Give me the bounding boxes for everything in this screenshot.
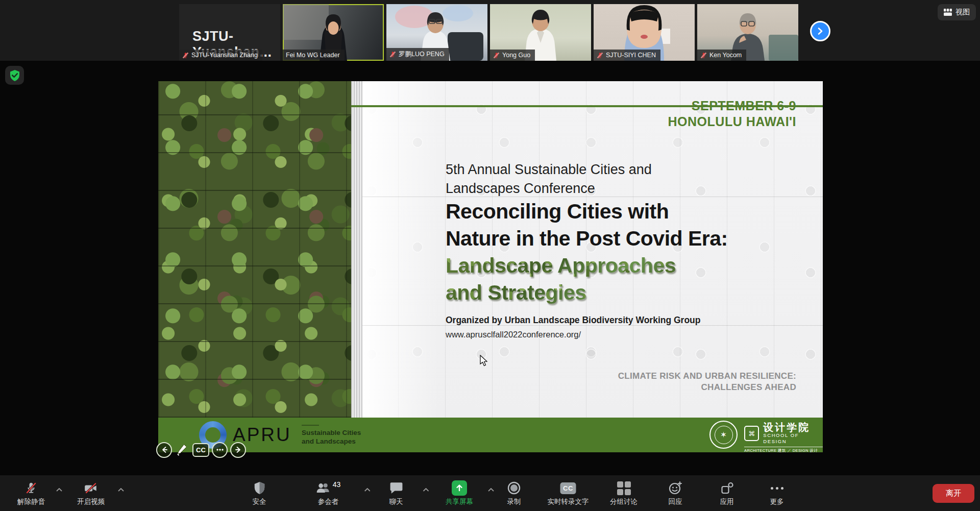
meeting-toolbar: 解除静音 开启视频 <box>0 475 980 511</box>
slide-footer-bar: APRU Sustainable Cities and Landscapes ✶… <box>158 418 823 452</box>
video-strip: SJTU-Yuanshan... SJTU-Yuanshan Zhang Fei… <box>0 0 980 61</box>
green-plant-wall-image <box>158 81 351 418</box>
chat-button[interactable]: 聊天 <box>389 475 403 511</box>
apps-button[interactable]: 应用 <box>720 475 734 511</box>
zoom-meeting-window: SJTU-Yuanshan... SJTU-Yuanshan Zhang Fei… <box>0 0 980 511</box>
conference-title-accent: Landscape Approaches and Strategies <box>446 252 676 306</box>
pencil-icon <box>177 443 188 456</box>
meeting-security-badge[interactable] <box>5 66 24 85</box>
participants-button[interactable]: 43 参会者 <box>316 475 341 511</box>
participant-name-label: SJTU-SIYI CHEN <box>594 50 660 61</box>
muted-mic-icon <box>597 52 603 59</box>
participant-name-label: Fei Mo WG Leader <box>283 50 345 61</box>
video-tile-fei-mo[interactable]: Fei Mo WG Leader <box>283 4 384 61</box>
breakout-rooms-icon <box>617 481 631 495</box>
presentation-slide: SEPTEMBER 6-9 HONOLULU HAWAI'I 5th Annua… <box>158 81 823 452</box>
session-title: CLIMATE RISK AND URBAN RESILIENCE: CHALL… <box>618 371 796 393</box>
participant-name-label: Yong Guo <box>490 50 535 61</box>
closed-captions-icon: CC <box>560 482 576 494</box>
chevron-up-icon[interactable] <box>423 484 429 494</box>
apps-icon <box>720 481 733 495</box>
reactions-smiley-icon <box>668 481 682 495</box>
participant-name-label: Ken Yocom <box>697 50 746 61</box>
more-button[interactable]: 更多 <box>769 475 785 511</box>
unmute-button[interactable]: 解除静音 <box>17 475 45 511</box>
conference-url: www.aprusclfall2022conference.org/ <box>446 330 581 339</box>
participant-name-label: SJTU-Yuanshan Zhang <box>179 50 262 61</box>
security-shield-check-icon <box>9 69 20 82</box>
reactions-button[interactable]: 回应 <box>668 475 682 511</box>
organizer-line: Organized by Urban Landscape Biodiversit… <box>446 315 701 326</box>
gallery-view-icon <box>944 9 952 16</box>
next-slide-button[interactable] <box>230 442 246 458</box>
ellipsis-icon <box>769 480 785 496</box>
ellipsis-icon <box>216 449 224 451</box>
view-button[interactable]: 视图 <box>938 4 976 20</box>
mouse-cursor <box>479 355 489 367</box>
chevron-up-icon[interactable] <box>118 484 124 494</box>
start-video-button[interactable]: 开启视频 <box>77 475 105 511</box>
share-screen-icon <box>452 480 467 496</box>
muted-mic-icon <box>182 52 189 59</box>
video-tile-yuanshan-zhang[interactable]: SJTU-Yuanshan... SJTU-Yuanshan Zhang <box>179 4 280 61</box>
more-options-button[interactable] <box>212 442 228 458</box>
muted-mic-icon <box>24 481 38 495</box>
arrow-left-icon <box>161 446 168 453</box>
muted-mic-icon <box>700 52 707 59</box>
previous-slide-button[interactable] <box>156 442 172 458</box>
record-icon <box>507 481 521 495</box>
wall-highlight <box>362 81 439 418</box>
video-tile-luo-peng[interactable]: 罗鹏LUO PENG <box>386 4 487 61</box>
conference-title: Reconciling Cities with Nature in the Po… <box>446 198 728 252</box>
record-button[interactable]: 录制 <box>507 475 521 511</box>
video-tile-siyi-chen[interactable]: SJTU-SIYI CHEN <box>594 4 695 61</box>
captions-button[interactable]: CC <box>192 443 209 457</box>
conference-subtitle: 5th Annual Sustainable Cities and Landsc… <box>446 160 652 198</box>
security-button[interactable]: 安全 <box>253 475 266 511</box>
chevron-up-icon[interactable] <box>488 484 494 494</box>
leave-meeting-button[interactable]: 离开 <box>933 484 974 503</box>
camera-off-icon <box>84 481 98 495</box>
chevron-up-icon[interactable] <box>56 484 62 494</box>
next-page-participants-button[interactable] <box>810 21 830 41</box>
breakout-rooms-button[interactable]: 分组讨论 <box>610 475 638 511</box>
shared-screen-stage: SEPTEMBER 6-9 HONOLULU HAWAI'I 5th Annua… <box>0 61 980 475</box>
muted-mic-icon <box>493 52 500 59</box>
arrow-right-icon <box>235 446 242 453</box>
participants-count: 43 <box>333 480 341 489</box>
school-badge-icon: ⌘ <box>744 426 759 441</box>
conference-date: SEPTEMBER 6-9 HONOLULU HAWAI'I <box>668 98 796 130</box>
video-tile-ken-yocom[interactable]: Ken Yocom <box>697 4 798 61</box>
video-tile-yong-guo[interactable]: Yong Guo <box>490 4 591 61</box>
chevron-up-icon[interactable] <box>364 484 371 494</box>
participant-name-label: 罗鹏LUO PENG <box>386 48 449 61</box>
chevron-right-icon <box>816 27 824 35</box>
security-shield-icon <box>253 481 265 495</box>
muted-mic-icon <box>389 51 396 58</box>
wall-edge <box>351 81 362 418</box>
school-of-design-logo: ⌘ 设计学院 SCHOOL OF DESIGN ARCHITECTURE 建筑 … <box>744 422 823 452</box>
pen-tool-button[interactable] <box>175 441 190 458</box>
share-screen-button[interactable]: 共享屏幕 <box>446 475 473 511</box>
participants-icon <box>316 482 331 494</box>
chat-bubble-icon <box>389 482 403 494</box>
live-transcript-button[interactable]: CC 实时转录文字 <box>548 475 589 511</box>
apru-program-name: Sustainable Cities and Landscapes <box>302 428 361 446</box>
university-seal-icon: ✶ <box>709 421 738 449</box>
presentation-controls: CC <box>156 441 246 458</box>
